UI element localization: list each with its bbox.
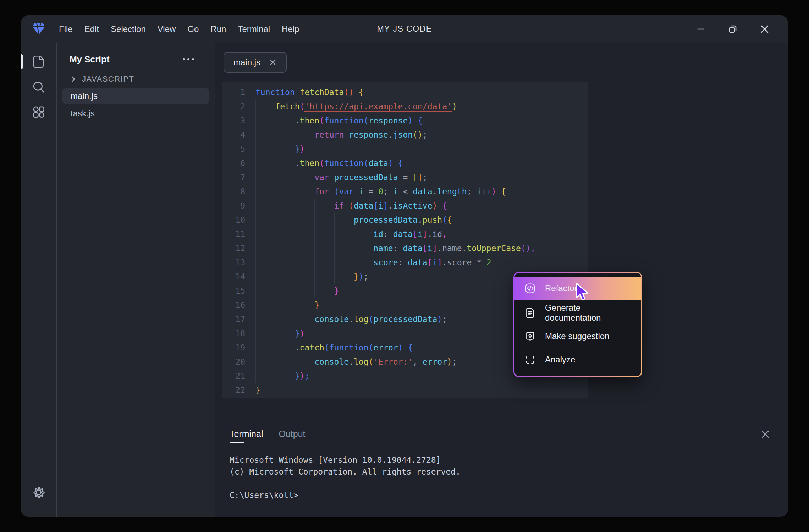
line-number: 20 <box>222 355 245 369</box>
editor-tabs-row: main.js <box>215 43 788 82</box>
menu-item-edit[interactable]: Edit <box>84 24 99 34</box>
line-number: 10 <box>222 213 245 227</box>
code-line: 6.then(function(data) { <box>222 156 588 170</box>
menu-item-file[interactable]: File <box>59 24 73 34</box>
suggestion-badge-icon <box>524 331 536 342</box>
file-list: main.jstask.js <box>57 88 215 122</box>
search-icon[interactable] <box>31 79 46 95</box>
terminal-output: Microsoft Windows [Version 10.0.19044.27… <box>230 454 788 501</box>
line-number: 3 <box>222 113 245 128</box>
explorer-files-icon[interactable] <box>31 54 46 70</box>
menu-item-run[interactable]: Run <box>210 24 226 34</box>
line-number: 15 <box>222 284 245 298</box>
code-line: 2fetch('https://api.example.com/data') <box>222 99 588 113</box>
line-number: 6 <box>222 156 245 170</box>
code-line: 13score: data[i].score * 2 <box>222 255 588 270</box>
code-line: 1function fetchData() { <box>222 85 588 99</box>
terminal-tabs: Terminal Output <box>230 429 788 443</box>
active-view-indicator <box>21 54 23 69</box>
line-number: 13 <box>222 255 245 270</box>
terminal-line <box>230 478 788 489</box>
chevron-right-icon <box>70 76 77 82</box>
restore-icon[interactable] <box>727 24 738 34</box>
tab-main-js[interactable]: main.js <box>224 52 287 73</box>
line-number: 1 <box>222 85 245 99</box>
line-number: 21 <box>222 369 245 383</box>
tab-close-icon[interactable] <box>269 59 277 66</box>
activity-bar <box>21 43 57 517</box>
sidebar-file-task-js[interactable]: task.js <box>62 105 209 122</box>
minimize-icon[interactable] <box>695 24 706 34</box>
menu-item-label: Refactor <box>545 283 577 293</box>
menu-item-refactor[interactable]: Refactor <box>514 277 641 300</box>
line-number: 14 <box>222 270 245 284</box>
code-line: 9if (data[i].isActive) { <box>222 199 588 213</box>
menu-bar: FileEditSelectionViewGoRunTerminalHelp <box>59 24 299 34</box>
line-number: 4 <box>222 128 245 142</box>
line-number: 19 <box>222 340 245 355</box>
line-number: 18 <box>222 326 245 340</box>
menu-item-selection[interactable]: Selection <box>111 24 146 34</box>
code-line: 3.then(function(response) { <box>222 113 588 128</box>
ai-context-menu: Refactor Generate documentation Make sug… <box>513 272 642 377</box>
code-line: 11id: data[i].id, <box>222 227 588 241</box>
settings-gear-icon[interactable] <box>31 484 46 500</box>
code-line: 10processedData.push({ <box>222 213 588 227</box>
app-window: FileEditSelectionViewGoRunTerminalHelp M… <box>21 15 788 517</box>
terminal-line: Microsoft Windows [Version 10.0.19044.27… <box>230 454 788 466</box>
menu-item-generate-documentation[interactable]: Generate documentation <box>514 301 641 325</box>
refactor-code-icon <box>524 283 536 294</box>
terminal-line: C:\Users\koll> <box>230 489 788 501</box>
terminal-panel: Terminal Output Microsoft Windows [Versi… <box>215 418 788 517</box>
code-line: 12name: data[i].name.toUpperCase(), <box>222 241 588 255</box>
line-number: 17 <box>222 312 245 326</box>
more-actions-icon[interactable] <box>183 58 194 60</box>
code-area: 1function fetchData() {2fetch('https://a… <box>215 82 788 418</box>
line-number: 12 <box>222 241 245 255</box>
code-line: 4return response.json(); <box>222 128 588 142</box>
line-number: 7 <box>222 170 245 184</box>
menu-item-terminal[interactable]: Terminal <box>238 24 270 34</box>
line-number: 8 <box>222 184 245 199</box>
line-number: 5 <box>222 142 245 156</box>
terminal-close-icon[interactable] <box>761 430 770 439</box>
line-number: 2 <box>222 99 245 113</box>
sidebar-title: My Script <box>70 54 110 65</box>
close-icon[interactable] <box>759 24 770 34</box>
tab-label: main.js <box>233 57 260 67</box>
extensions-grid-icon[interactable] <box>31 104 46 120</box>
menu-item-go[interactable]: Go <box>187 24 199 34</box>
line-number: 16 <box>222 298 245 312</box>
sidebar-section-javascript[interactable]: JAVASCRIPT <box>70 74 215 84</box>
section-label: JAVASCRIPT <box>82 74 134 84</box>
menu-item-label: Analyze <box>545 355 575 365</box>
menu-item-view[interactable]: View <box>158 24 176 34</box>
terminal-line: (c) Microsoft Corporation. All rights re… <box>230 466 788 478</box>
window-controls <box>695 24 770 34</box>
menu-item-label: Generate documentation <box>545 303 631 323</box>
sidebar-file-main-js[interactable]: main.js <box>62 88 209 104</box>
line-number: 11 <box>222 227 245 241</box>
menu-item-analyze[interactable]: Analyze <box>514 348 641 371</box>
code-line: 22} <box>222 383 588 397</box>
sidebar-header: My Script <box>57 52 215 66</box>
editor-column: main.js 1function fetchData() {2fetch('h… <box>215 43 788 517</box>
menu-item-make-suggestion[interactable]: Make suggestion <box>514 325 641 348</box>
menu-item-label: Make suggestion <box>545 331 609 341</box>
app-logo-icon <box>31 22 46 36</box>
sidebar: My Script JAVASCRIPT main.jstask.js <box>57 43 215 517</box>
code-line: 7var processedData = []; <box>222 170 588 184</box>
line-number: 22 <box>222 383 245 397</box>
code-line: 5}) <box>222 142 588 156</box>
title-bar: FileEditSelectionViewGoRunTerminalHelp M… <box>21 15 788 43</box>
tab-output[interactable]: Output <box>279 429 305 439</box>
menu-item-help[interactable]: Help <box>282 24 299 34</box>
line-number: 9 <box>222 199 245 213</box>
document-icon <box>524 307 536 318</box>
code-line: 8for (var i = 0; i < data.length; i++) { <box>222 184 588 199</box>
analyze-scan-icon <box>524 354 536 365</box>
tab-terminal[interactable]: Terminal <box>230 429 263 443</box>
